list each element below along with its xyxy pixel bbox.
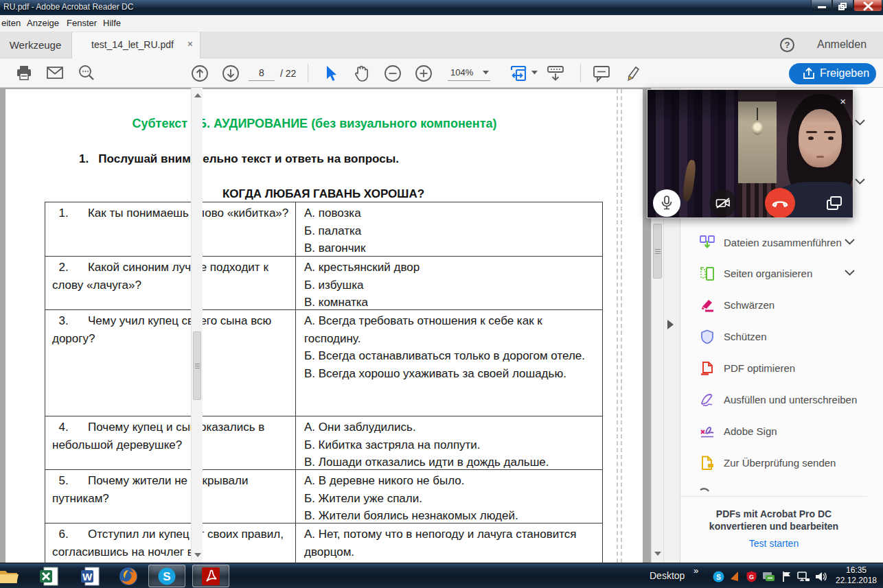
microphone-button[interactable] bbox=[653, 189, 680, 217]
start-trial-link[interactable]: Test starten bbox=[680, 538, 867, 549]
svg-text:W: W bbox=[82, 571, 93, 583]
redact-icon bbox=[700, 298, 715, 313]
help-icon[interactable]: ? bbox=[780, 38, 794, 52]
scroll-up-icon[interactable] bbox=[194, 93, 201, 97]
next-page-button[interactable] bbox=[221, 64, 240, 83]
email-button[interactable] bbox=[45, 64, 65, 83]
question-cell: 4. Почему купец и сын оказались в неболь… bbox=[45, 416, 296, 469]
clock-date: 22.12.2018 bbox=[832, 576, 880, 586]
search-icon[interactable] bbox=[77, 64, 96, 83]
svg-text:G: G bbox=[749, 574, 754, 580]
menu-item-hilfe[interactable]: Hilfe bbox=[103, 18, 121, 28]
previous-page-button[interactable] bbox=[190, 64, 209, 83]
screen-share-button[interactable] bbox=[822, 191, 847, 215]
menu-item-fenster[interactable]: Fenster bbox=[67, 18, 97, 28]
desktop-toolbar-label[interactable]: Desktop bbox=[650, 570, 685, 581]
scroll-down-icon[interactable] bbox=[194, 553, 201, 557]
page-scrolling-button[interactable] bbox=[545, 64, 564, 83]
tray-action-center-icon[interactable] bbox=[781, 571, 793, 583]
tab-document-label: test_14_let_RU.pdf bbox=[91, 39, 174, 50]
tray-antivirus-icon[interactable]: G bbox=[746, 571, 757, 583]
tool-item-combine-files[interactable]: Dateien zusammenführen bbox=[680, 228, 867, 258]
tool-item-label: Dateien zusammenführen bbox=[724, 237, 842, 248]
zoom-out-button[interactable] bbox=[383, 64, 402, 83]
select-tool-button[interactable] bbox=[321, 64, 341, 83]
menu-item-anzeige[interactable]: Anzeige bbox=[27, 18, 59, 28]
tray-skype-icon[interactable]: S bbox=[713, 571, 724, 583]
svg-text:S: S bbox=[163, 570, 170, 583]
adobe-sign-icon bbox=[700, 424, 715, 439]
tool-item-protect[interactable]: Schützen bbox=[680, 322, 867, 352]
panel-collapse-icon[interactable] bbox=[667, 320, 674, 329]
tool-item-label: Adobe Sign bbox=[724, 425, 777, 437]
menu-item-bearbeiten[interactable]: eiten bbox=[1, 18, 21, 28]
panel-scrollbar[interactable] bbox=[191, 88, 203, 563]
page-number-input[interactable] bbox=[249, 65, 275, 81]
taskbar-firefox-icon[interactable] bbox=[110, 565, 147, 587]
question-cell: 5. Почему жители не открывали путникам? bbox=[45, 470, 296, 523]
taskbar-adobe-reader-icon[interactable] bbox=[192, 565, 229, 587]
scroll-down-icon[interactable] bbox=[654, 552, 661, 556]
close-window-button[interactable] bbox=[853, 0, 882, 12]
zoom-in-button[interactable] bbox=[414, 64, 433, 83]
toolbar-divider bbox=[308, 64, 308, 82]
share-button[interactable]: Freigeben bbox=[789, 63, 876, 84]
tab-bar: Werkzeuge test_14_let_RU.pdf × ? Anmelde… bbox=[0, 32, 883, 58]
tray-network-icon[interactable] bbox=[796, 571, 808, 583]
question-cell: 2. Какой синоним лучше подходит к слову … bbox=[45, 257, 296, 309]
hang-up-button[interactable] bbox=[765, 188, 795, 218]
chevron-down-icon[interactable] bbox=[845, 239, 855, 245]
tool-item-fill-sign[interactable]: Ausfüllen und unterschreiben bbox=[680, 385, 867, 415]
page-decorative-border bbox=[617, 89, 622, 563]
fit-width-dropdown-icon[interactable] bbox=[531, 64, 540, 83]
tray-speaker-icon[interactable] bbox=[814, 571, 826, 583]
table-row: 3. Чему учил купец своего сына всю дорог… bbox=[45, 310, 602, 416]
taskbar-chevron[interactable]: » bbox=[693, 565, 698, 576]
tool-item-adobe-sign[interactable]: Adobe Sign bbox=[680, 416, 867, 447]
taskbar-word-icon[interactable]: W bbox=[71, 565, 108, 587]
taskbar-skype-icon[interactable]: S bbox=[148, 565, 185, 587]
scrollbar-thumb[interactable] bbox=[653, 224, 662, 279]
taskbar-excel-icon[interactable] bbox=[30, 565, 67, 587]
scrollbar-thumb[interactable] bbox=[193, 331, 201, 400]
tray-volume-app-icon[interactable] bbox=[729, 571, 741, 583]
video-close-icon[interactable]: × bbox=[840, 95, 846, 107]
taskbar-clock[interactable]: 16:35 22.12.2018 bbox=[832, 565, 880, 586]
more-tools-partial-icon bbox=[698, 487, 711, 494]
answers-cell: А. Нет, потому что в непогоду и лачуга с… bbox=[296, 524, 602, 563]
menu-bar: eiten Anzeige Fenster Hilfe bbox=[0, 15, 883, 32]
answers-cell: А. крестьянский двор Б. избушка В. комна… bbox=[296, 257, 602, 309]
chevron-down-icon[interactable] bbox=[845, 270, 855, 276]
restore-button[interactable] bbox=[832, 0, 853, 12]
table-row: 5. Почему жители не открывали путникам? … bbox=[45, 470, 602, 524]
optimize-pdf-icon bbox=[700, 361, 715, 376]
fit-width-button[interactable] bbox=[509, 64, 529, 83]
tab-document[interactable]: test_14_let_RU.pdf × bbox=[71, 32, 200, 58]
svg-text:S: S bbox=[716, 574, 721, 581]
tab-werkzeuge[interactable]: Werkzeuge bbox=[0, 32, 71, 58]
tray-updater-icon[interactable] bbox=[762, 571, 774, 583]
tab-close-icon[interactable]: × bbox=[187, 38, 193, 49]
minimize-icon bbox=[818, 6, 826, 8]
camera-off-button[interactable] bbox=[709, 189, 737, 217]
print-button[interactable] bbox=[15, 64, 34, 83]
taskbar-folder-icon[interactable] bbox=[0, 565, 27, 587]
zoom-level-select[interactable]: 104% bbox=[448, 65, 490, 81]
tool-item-redact[interactable]: Schwärzen bbox=[680, 290, 867, 320]
microphone-icon bbox=[661, 196, 673, 211]
highlighter-button[interactable] bbox=[622, 64, 641, 83]
protect-shield-icon bbox=[700, 329, 715, 344]
tool-item-label: Schwärzen bbox=[724, 299, 775, 311]
answers-cell: А. повозка Б. палатка В. вагончик bbox=[296, 202, 602, 256]
minimize-button[interactable] bbox=[811, 0, 832, 12]
comment-button[interactable] bbox=[592, 64, 611, 83]
tool-item-send-for-review[interactable]: Zur Überprüfung senden bbox=[680, 448, 867, 478]
chevron-down-icon[interactable] bbox=[855, 119, 865, 126]
fill-sign-icon bbox=[700, 392, 715, 408]
hand-tool-button[interactable] bbox=[352, 64, 371, 83]
tool-item-organize-pages[interactable]: Seiten organisieren bbox=[680, 259, 867, 289]
tool-item-label: PDF optimieren bbox=[724, 362, 795, 374]
chevron-down-icon[interactable] bbox=[855, 178, 865, 185]
sign-in-link[interactable]: Anmelden bbox=[817, 38, 867, 51]
tool-item-optimize-pdf[interactable]: PDF optimieren bbox=[680, 353, 867, 384]
